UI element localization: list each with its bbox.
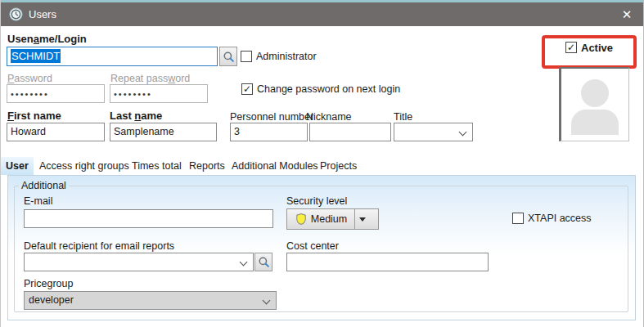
username-input[interactable]: SCHMIDT [7, 47, 218, 66]
email-input[interactable] [24, 209, 273, 228]
title-select[interactable] [394, 123, 473, 141]
users-dialog: { "colors": { "titlebar_bg": "#6f6b6a", … [0, 0, 644, 327]
user-photo-placeholder[interactable] [559, 67, 629, 141]
first-name-input[interactable]: Howard [7, 123, 105, 141]
pricegroup-label: Pricegroup [24, 278, 73, 289]
pricegroup-select[interactable]: developer [24, 291, 277, 310]
chevron-down-icon [263, 297, 271, 305]
repeat-password-label: Repeat password [110, 73, 190, 84]
administrator-checkbox[interactable] [241, 51, 252, 62]
xtapi-checkbox[interactable] [512, 213, 524, 224]
default-recipient-label: Default recipient for email reports [24, 240, 174, 252]
default-recipient-select[interactable] [24, 253, 254, 271]
search-icon [258, 256, 270, 268]
cost-center-input[interactable] [286, 253, 489, 271]
person-silhouette-body-icon [571, 110, 619, 135]
xtapi-label: XTAPI access [528, 213, 592, 224]
administrator-label: Administrator [256, 51, 317, 62]
dropdown-arrow-icon [359, 217, 366, 222]
cost-center-label: Cost center [286, 240, 339, 252]
tab-reports[interactable]: Reports [189, 157, 225, 175]
username-search-button[interactable] [219, 47, 237, 66]
tab-times-total[interactable]: Times total [132, 157, 182, 175]
security-level-dropdown[interactable] [355, 217, 370, 222]
titlebar: Users ✕ [1, 2, 644, 26]
nickname-input[interactable] [309, 123, 391, 141]
password-label: Password [7, 73, 52, 84]
tab-user[interactable]: User [1, 157, 34, 175]
security-level-value: Medium [311, 213, 347, 225]
active-checkbox[interactable]: ✓ [565, 42, 577, 53]
search-icon [223, 51, 235, 63]
default-recipient-search-button[interactable] [254, 253, 272, 271]
personnel-number-label: Personnel number [230, 111, 313, 123]
person-silhouette-head-icon [581, 79, 609, 107]
tab-additional-modules[interactable]: Additional Modules [232, 157, 318, 175]
last-name-input[interactable]: Samplename [110, 123, 217, 141]
security-level-label: Security level [286, 195, 347, 207]
nickname-label: Nickname [306, 111, 352, 123]
clock-icon [9, 7, 23, 21]
title-label: Title [394, 111, 412, 123]
username-selected-text: SCHMIDT [11, 49, 61, 63]
email-label: E-mail [24, 195, 52, 207]
security-level-button[interactable]: Medium [286, 208, 379, 230]
personnel-number-input[interactable]: 3 [230, 123, 308, 141]
chevron-down-icon [240, 258, 248, 267]
username-label: Usename/Login [7, 33, 87, 45]
tab-access-right-groups[interactable]: Access right groups [39, 157, 129, 175]
shield-icon [295, 213, 307, 226]
change-password-checkbox[interactable]: ✓ [241, 83, 253, 95]
first-name-label: First name [7, 110, 61, 122]
repeat-password-input[interactable]: •••••••• [110, 84, 208, 103]
window-title: Users [29, 2, 56, 26]
chevron-down-icon [459, 128, 467, 137]
change-password-label: Change password on next login [257, 83, 400, 95]
last-name-label: Last name [110, 110, 162, 122]
tab-projects[interactable]: Projects [320, 157, 357, 175]
active-label: Active [581, 42, 613, 54]
close-button[interactable]: ✕ [614, 2, 640, 26]
additional-group-title: Additional [19, 180, 69, 191]
password-input[interactable]: •••••••• [7, 84, 105, 103]
